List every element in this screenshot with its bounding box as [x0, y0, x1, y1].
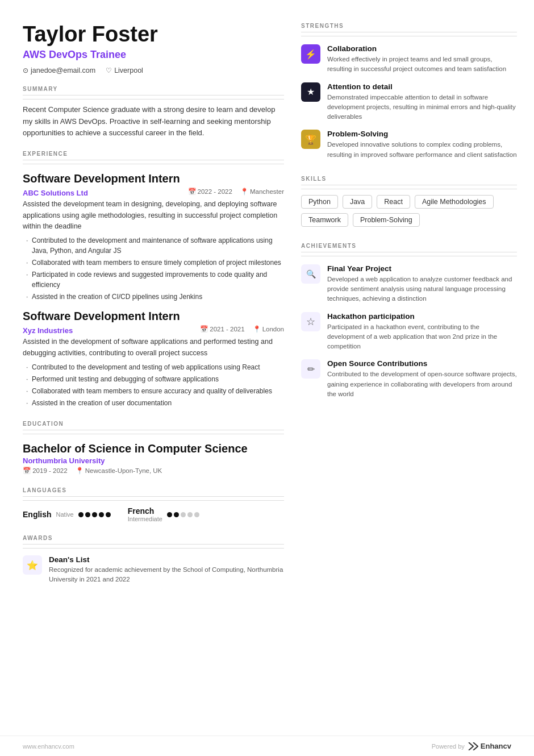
skill-java: Java — [343, 195, 372, 209]
lang-level-english: Native — [56, 511, 74, 518]
edu-meta: 📅 2019 - 2022 📍 Newcastle-Upon-Tyne, UK — [23, 467, 284, 475]
job-location-2: 📍 London — [253, 325, 284, 333]
job-bullets-2: Contributed to the development and testi… — [23, 362, 284, 408]
edu-degree: Bachelor of Science in Computer Science — [23, 442, 284, 455]
skills-label: SKILLS — [301, 176, 517, 185]
job-entry-1: Software Development Intern ABC Solution… — [23, 172, 284, 302]
achievement-item-3: ✏ Open Source Contributions Contributed … — [301, 359, 517, 399]
job-bullets-1: Contributed to the development and maint… — [23, 235, 284, 302]
header-section: Taylor Foster AWS DevOps Trainee ⊙ janed… — [23, 23, 284, 74]
job-desc-1: Assisted the development team in designi… — [23, 199, 284, 232]
strength-title-2: Attention to detail — [327, 82, 517, 91]
strength-icon-attention: ★ — [301, 82, 320, 102]
strength-content-1: Collaboration Worked effectively in proj… — [327, 44, 517, 74]
awards-label: AWARDS — [23, 535, 284, 545]
languages-label: LANGUAGES — [23, 487, 284, 497]
strength-item-3: 🏆 Problem-Solving Developed innovative s… — [301, 130, 517, 160]
strength-icon-problem-solving: 🏆 — [301, 130, 320, 149]
language-french: French Intermediate — [128, 506, 199, 522]
dot — [187, 512, 193, 517]
right-column: STRENGTHS ⚡ Collaboration Worked effecti… — [301, 23, 517, 724]
dot — [106, 512, 111, 517]
enhancv-logo: Enhancv — [468, 742, 511, 750]
job-desc-2: Assisted in the development of software … — [23, 337, 284, 359]
edu-location: 📍 Newcastle-Upon-Tyne, UK — [76, 467, 162, 475]
job-entry-2: Software Development Intern Xyz Industri… — [23, 310, 284, 408]
job-location-1: 📍 Manchester — [240, 188, 284, 196]
left-column: Taylor Foster AWS DevOps Trainee ⊙ janed… — [23, 23, 284, 724]
dot — [92, 512, 97, 517]
skills-wrap: Python Java React Agile Methodologies Te… — [301, 195, 517, 227]
dot — [99, 512, 104, 517]
dot — [181, 512, 186, 517]
achievement-item-1: 🔍 Final Year Project Developed a web app… — [301, 264, 517, 304]
edu-school: Northumbria University — [23, 456, 284, 465]
job-company-2: Xyz Industries — [23, 326, 73, 335]
lang-dots-english — [78, 512, 111, 517]
main-content: Taylor Foster AWS DevOps Trainee ⊙ janed… — [0, 0, 534, 736]
strength-icon-collaboration: ⚡ — [301, 44, 320, 64]
achievement-title-3: Open Source Contributions — [327, 359, 517, 368]
footer-branding: Powered by Enhancv — [432, 742, 511, 750]
achievement-icon-3: ✏ — [301, 359, 320, 379]
bullet: Collaborated with team members to ensure… — [25, 386, 284, 396]
strength-item-1: ⚡ Collaboration Worked effectively in pr… — [301, 44, 517, 74]
resume-page: Taylor Foster AWS DevOps Trainee ⊙ janed… — [0, 0, 534, 756]
strength-title-3: Problem-Solving — [327, 130, 517, 138]
award-desc-1: Recognized for academic achievement by t… — [49, 565, 284, 585]
lang-name-english: English — [23, 510, 52, 519]
dot — [85, 512, 90, 517]
achievement-content-2: Hackathon participation Participated in … — [327, 312, 517, 352]
strength-title-1: Collaboration — [327, 44, 517, 53]
education-label: EDUCATION — [23, 421, 284, 430]
languages-row: English Native French Intermediate — [23, 506, 284, 522]
candidate-title: AWS DevOps Trainee — [23, 49, 284, 61]
location-contact: ♡ Liverpool — [106, 67, 143, 74]
lang-dots-french — [167, 512, 199, 517]
strength-desc-3: Developed innovative solutions to comple… — [327, 140, 517, 160]
dot — [174, 512, 179, 517]
strength-content-2: Attention to detail Demonstrated impecca… — [327, 82, 517, 122]
skill-problem-solving: Problem-Solving — [353, 213, 420, 227]
achievement-desc-3: Contributed to the development of open-s… — [327, 369, 517, 399]
skill-python: Python — [301, 195, 338, 209]
job-title-1: Software Development Intern — [23, 172, 284, 185]
bullet: Contributed to the development and maint… — [25, 235, 284, 256]
job-company-1: ABC Solutions Ltd — [23, 189, 88, 197]
strength-desc-1: Worked effectively in project teams and … — [327, 55, 517, 74]
job-dates-icon-1: 📅 2022 - 2022 — [188, 188, 232, 196]
dot — [167, 512, 172, 517]
summary-text: Recent Computer Science graduate with a … — [23, 104, 284, 139]
location-icon: ♡ — [106, 67, 112, 74]
achievement-icon-1: 🔍 — [301, 264, 320, 284]
strength-content-3: Problem-Solving Developed innovative sol… — [327, 130, 517, 160]
footer-website: www.enhancv.com — [23, 743, 74, 750]
award-content-1: Dean's List Recognized for academic achi… — [49, 555, 284, 585]
job-dates-icon-2: 📅 2021 - 2021 — [200, 325, 244, 333]
award-item-1: ⭐ Dean's List Recognized for academic ac… — [23, 555, 284, 585]
achievement-title-2: Hackathon participation — [327, 312, 517, 321]
achievement-item-2: ☆ Hackathon participation Participated i… — [301, 312, 517, 352]
achievements-label: ACHIEVEMENTS — [301, 243, 517, 252]
bullet: Collaborated with team members to ensure… — [25, 257, 284, 268]
bullet: Assisted in the creation of CI/CD pipeli… — [25, 292, 284, 302]
bullet: Contributed to the development and testi… — [25, 362, 284, 372]
skill-teamwork: Teamwork — [301, 213, 348, 227]
dot — [194, 512, 199, 517]
job-meta-2: 📅 2021 - 2021 📍 London — [200, 325, 284, 333]
summary-label: SUMMARY — [23, 86, 284, 95]
bullet: Performed unit testing and debugging of … — [25, 374, 284, 384]
header-contact: ⊙ janedoe@email.com ♡ Liverpool — [23, 67, 284, 74]
award-icon-1: ⭐ — [23, 555, 42, 575]
achievement-content-3: Open Source Contributions Contributed to… — [327, 359, 517, 399]
lang-level-french: Intermediate — [128, 516, 162, 522]
achievement-title-1: Final Year Project — [327, 264, 517, 273]
edu-dates: 📅 2019 - 2022 — [23, 467, 68, 475]
bullet: Assisted in the creation of user documen… — [25, 398, 284, 408]
achievement-desc-2: Participated in a hackathon event, contr… — [327, 322, 517, 352]
strength-desc-2: Demonstrated impeccable attention to det… — [327, 93, 517, 122]
dot — [78, 512, 84, 517]
job-meta-1: 📅 2022 - 2022 📍 Manchester — [188, 188, 284, 196]
enhancv-logo-icon — [468, 742, 478, 750]
experience-label: EXPERIENCE — [23, 151, 284, 160]
